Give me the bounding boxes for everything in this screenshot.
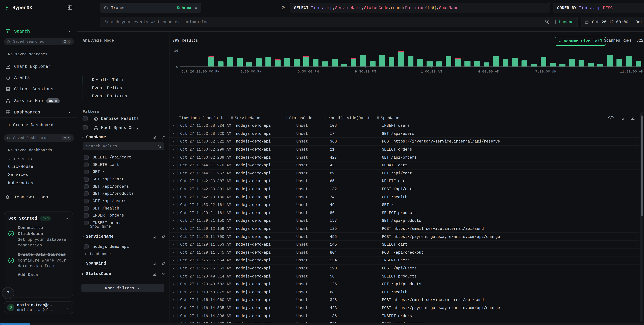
row-expand-icon[interactable]: › [172,234,174,239]
pin-icon[interactable] [161,261,166,266]
row-expand-icon[interactable]: › [172,298,174,302]
order-by-input[interactable]: ORDER BY Timestamp DESC [553,3,644,13]
get-started-item[interactable]: Create Data Sources Configure where your… [4,248,73,269]
table-row[interactable]: › Oct 27 11:29:11.545 AM nodejs-demo-api… [170,249,639,256]
chart-mini-icon[interactable] [152,261,157,266]
filter-value-row[interactable]: GET /api/users [84,197,166,205]
filter-value-row[interactable]: GET /api/orders [84,183,166,190]
preset-services[interactable]: Services [8,173,28,177]
chart-mini-icon[interactable] [152,272,157,276]
filter-group-spankind[interactable]: SpanKind [80,261,166,266]
table-row[interactable]: › Oct 27 11:29:12.159 AM nodejs-demo-api… [170,225,639,233]
row-expand-icon[interactable]: › [172,131,174,136]
column-header-statuscode[interactable]: ⠿ StatusCode [285,114,312,122]
table-row[interactable]: › Oct 27 11:42:33.307 AM nodejs-demo-api… [170,177,639,185]
time-range-picker[interactable]: Oct 26 12:00:00 - Oct 27 12:00:00 [580,17,644,27]
event-search-bar[interactable]: SQL | Lucene [100,17,578,27]
pin-icon[interactable] [161,135,166,140]
checkbox[interactable] [84,213,88,218]
checkbox[interactable] [84,177,88,182]
checkbox[interactable] [84,199,88,203]
row-expand-icon[interactable]: › [172,226,174,231]
sidebar-item-team-settings[interactable]: ⚙ Team Settings [0,193,77,201]
saved-dashboards-input[interactable]: ⌘ K [4,134,74,142]
filter-value-row[interactable]: GET /health [84,205,166,212]
row-expand-icon[interactable]: › [172,147,174,152]
row-expand-icon[interactable]: › [172,258,174,262]
table-row[interactable]: › Oct 27 11:50:02.322 AM nodejs-demo-api… [170,138,639,146]
table-row[interactable]: › Oct 27 11:23:49.514 AM nodejs-demo-api… [170,272,639,280]
source-settings-gear-icon[interactable]: ⚙ [281,5,286,11]
row-expand-icon[interactable]: › [172,163,174,168]
get-started-item[interactable]: Connect to ClickHouse Set up your databa… [4,221,73,248]
row-expand-icon[interactable]: › [172,195,174,199]
filter-value-row[interactable]: INSERT orders [84,212,166,219]
row-expand-icon[interactable]: › [172,266,174,270]
user-menu[interactable]: D dominic.tran@c… dominic.tran@cli… [4,301,73,314]
preset-kubernetes[interactable]: Kubernetes [8,181,33,186]
filter-value-row[interactable]: DELETE cart [84,161,166,168]
table-row[interactable]: › Oct 27 11:50:02.289 AM nodejs-demo-api… [170,154,639,161]
sidebar-item-chart-explorer[interactable]: Chart Explorer [0,62,77,71]
sidebar-item-service-map[interactable]: Service Map BETA [0,96,77,105]
filter-group-spanname[interactable]: SpanName [80,135,166,140]
row-expand-icon[interactable]: › [172,139,174,144]
tab-results-table[interactable]: Results Table [82,76,127,84]
row-expand-icon[interactable]: › [172,219,174,223]
checkbox[interactable] [84,184,88,189]
row-expand-icon[interactable]: › [172,211,174,215]
create-dashboard-button[interactable]: + Create Dashboard [8,123,53,128]
root-spans-only-toggle[interactable]: Root Spans Only [82,125,139,130]
filter-group-statuscode[interactable]: StatusCode [80,272,166,276]
saved-searches-input[interactable]: ⌘ K [4,38,74,45]
row-expand-icon[interactable]: › [172,306,174,310]
chevron-up-icon[interactable] [65,217,69,220]
event-search-input[interactable] [104,19,545,25]
drag-grip-icon[interactable]: ⠿ [231,116,233,120]
row-expand-icon[interactable]: › [172,187,174,191]
denoise-results-toggle[interactable]: Denoise Results [82,116,139,121]
wrap-lines-icon[interactable] [620,115,625,120]
spanname-show-more[interactable]: Show more [84,224,111,229]
drag-grip-icon[interactable]: ⠿ [285,116,288,120]
table-row[interactable]: › Oct 27 11:29:11.553 AM nodejs-demo-api… [170,241,639,249]
table-row[interactable]: › Oct 27 11:16:14.535 AM nodejs-demo-api… [170,304,639,312]
presets-group-header[interactable]: PRESETS [8,157,32,161]
row-expand-icon[interactable]: › [172,171,174,175]
table-row[interactable]: › Oct 27 11:19:53.875 AM nodejs-demo-api… [170,288,639,296]
horizontal-scrollbar[interactable] [0,323,644,325]
table-row[interactable]: › Oct 27 11:44:31.957 AM nodejs-demo-api… [170,169,639,177]
help-button[interactable]: ? [2,287,14,299]
table-row[interactable]: › Oct 27 11:25:06.553 AM nodejs-demo-api… [170,264,639,272]
sidebar-item-alerts[interactable]: Alerts [0,73,77,82]
saved-searches-field[interactable] [12,39,60,44]
drag-grip-icon[interactable]: ⠿ [324,116,327,120]
sidebar-item-client-sessions[interactable]: Client Sessions [0,85,77,93]
filter-value-row[interactable]: nodejs-demo-api [84,243,166,250]
table-row[interactable]: › Oct 27 11:29:21.161 AM nodejs-demo-api… [170,209,639,217]
source-select[interactable]: Traces Schema [100,3,201,13]
spanname-value-search[interactable] [82,142,164,150]
filter-value-row[interactable]: GET /api/cart [84,176,166,183]
tab-event-deltas[interactable]: Event Deltas [82,84,127,92]
scrollbar-thumb[interactable] [640,116,643,216]
tab-event-patterns[interactable]: Event Patterns [82,92,127,100]
preset-clickhouse[interactable]: ClickHouse [8,165,33,169]
table-row[interactable]: › Oct 27 11:16:14.960 AM nodejs-demo-api… [170,296,639,304]
column-header-duration[interactable]: ⠿ round(divide(Durat… [324,114,372,122]
filter-value-row[interactable]: DELETE /api/cart [84,154,166,161]
select-clause-input[interactable]: SELECT Timestamp,ServiceName,StatusCode,… [290,3,550,13]
table-row[interactable]: › Oct 27 11:44:31.970 AM nodejs-demo-api… [170,161,639,169]
table-row[interactable]: › Oct 27 11:25:06.564 AM nodejs-demo-api… [170,256,639,264]
table-row[interactable]: › Oct 27 11:29:21.150 AM nodejs-demo-api… [170,217,639,225]
lang-sql-toggle[interactable]: SQL [545,20,552,24]
filter-value-row[interactable]: GET / [84,168,166,176]
checkbox[interactable] [84,192,88,196]
servicename-load-more[interactable]: Load more [84,252,111,256]
column-header-servicename[interactable]: ⠿ ServiceName [231,114,260,122]
checkbox[interactable] [84,170,88,174]
saved-dashboards-field[interactable] [12,136,60,140]
table-row[interactable]: › Oct 27 11:42:20.180 AM nodejs-demo-api… [170,193,639,201]
table-row[interactable]: › Oct 27 11:23:49.502 AM nodejs-demo-api… [170,280,639,288]
row-expand-icon[interactable]: › [172,179,174,183]
